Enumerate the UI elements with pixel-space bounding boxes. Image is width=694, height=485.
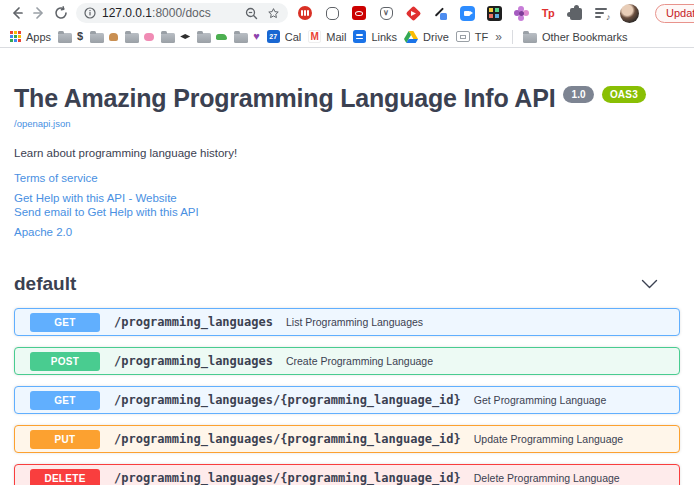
bookmark-links[interactable]: Links <box>353 30 397 43</box>
links-icon <box>353 30 366 43</box>
forward-button[interactable] <box>28 2 50 24</box>
folder-icon <box>90 33 104 43</box>
crocodile-glyph <box>216 34 227 40</box>
extension-icons-row: ∨ Tp ♪ Update <box>296 4 694 23</box>
license-link[interactable]: Apache 2.0 <box>14 226 72 238</box>
bookmark-label: TF <box>475 31 488 43</box>
red-diamond-arrow-icon[interactable] <box>404 4 422 22</box>
folder-icon <box>197 33 211 43</box>
folder-icon <box>58 33 72 43</box>
pocket-icon[interactable]: ∨ <box>377 4 395 22</box>
reload-icon <box>54 6 68 20</box>
calendar-icon: 27 <box>267 30 280 43</box>
tag-section-title: default <box>14 273 76 295</box>
method-badge: POST <box>30 352 100 371</box>
endpoint-path: /programming_languages/{programming_lang… <box>114 471 461 485</box>
bookmark-star-icon[interactable] <box>267 7 280 20</box>
tag-section-header[interactable]: default <box>14 273 680 295</box>
bookmark-folder-horse[interactable] <box>90 30 118 43</box>
bookmarks-overflow-chevron[interactable]: » <box>495 30 502 44</box>
chevron-down-icon[interactable] <box>641 279 658 290</box>
terms-of-service-link[interactable]: Terms of service <box>14 172 98 184</box>
operations-list: GET /programming_languages List Programm… <box>14 308 680 485</box>
method-badge: GET <box>30 313 100 332</box>
api-info-links: Terms of service Get Help with this API … <box>14 172 680 238</box>
dollar-glyph: $ <box>77 31 83 42</box>
help-email-link[interactable]: Send email to Get Help with this API <box>14 206 199 218</box>
url-text[interactable]: 127.0.0.1:8000/docs <box>102 6 211 20</box>
bookmark-folder-brain[interactable] <box>125 30 154 43</box>
zoom-video-icon[interactable] <box>458 4 476 22</box>
color-picker-icon[interactable] <box>431 4 449 22</box>
tf-icon <box>456 31 470 42</box>
bookmark-drive[interactable]: Drive <box>404 31 449 43</box>
endpoint-row-put-update[interactable]: PUT /programming_languages/{programming_… <box>14 425 680 453</box>
bookmark-label: Links <box>371 31 397 43</box>
endpoint-row-get-one[interactable]: GET /programming_languages/{programming_… <box>14 386 680 414</box>
folder-icon <box>125 33 139 43</box>
reload-button[interactable] <box>50 2 72 24</box>
endpoint-row-get-list[interactable]: GET /programming_languages List Programm… <box>14 308 680 336</box>
back-button[interactable] <box>6 2 28 24</box>
version-badge: 1.0 <box>563 86 594 103</box>
bookmark-cal[interactable]: 27Cal <box>267 30 302 43</box>
address-bar[interactable]: 127.0.0.1:8000/docs <box>76 3 288 23</box>
bookmark-label: Apps <box>26 31 51 43</box>
bookmarks-divider <box>512 30 513 44</box>
endpoint-summary: Delete Programming Language <box>474 472 620 484</box>
bookmark-tf[interactable]: TF <box>456 31 488 43</box>
oas3-badge: OAS3 <box>602 86 646 103</box>
endpoint-path: /programming_languages/{programming_lang… <box>114 432 461 446</box>
api-title-text: The Amazing Programming Language Info AP… <box>14 84 555 112</box>
swagger-page: The Amazing Programming Language Info AP… <box>0 84 694 485</box>
bookmark-folder-grad-cap[interactable] <box>161 30 190 43</box>
endpoint-path: /programming_languages <box>114 315 273 329</box>
graduation-cap-glyph <box>180 34 190 39</box>
bookmark-folder-crocodile[interactable] <box>197 30 227 43</box>
bookmark-label: Other Bookmarks <box>542 31 628 43</box>
page-info-icon[interactable] <box>84 7 96 19</box>
horse-glyph <box>109 33 118 41</box>
bookmark-folder-heart[interactable]: ♥ <box>234 30 260 43</box>
bookmark-mail[interactable]: MMail <box>308 30 346 43</box>
endpoint-row-post-create[interactable]: POST /programming_languages Create Progr… <box>14 347 680 375</box>
other-bookmarks[interactable]: Other Bookmarks <box>523 30 628 43</box>
update-label: Update <box>666 7 694 19</box>
drive-icon <box>404 31 418 43</box>
page-title: The Amazing Programming Language Info AP… <box>14 84 680 113</box>
brain-glyph <box>144 33 154 41</box>
bookmark-label: Drive <box>423 31 449 43</box>
cbs-eye-icon[interactable] <box>350 4 368 22</box>
forward-arrow-icon <box>32 6 46 20</box>
folder-icon <box>523 33 537 43</box>
gmail-icon: M <box>308 30 321 43</box>
bookmarks-bar: Apps $ ♥ 27Cal MMail Links Drive TF » Ot… <box>0 26 694 48</box>
music-playlist-icon[interactable]: ♪ <box>593 4 611 22</box>
zoom-out-icon[interactable] <box>245 7 258 20</box>
openapi-spec-link[interactable]: /openapi.json <box>14 118 71 129</box>
bookmark-label: Mail <box>326 31 346 43</box>
purple-flower-icon[interactable] <box>512 4 530 22</box>
folder-icon <box>234 33 248 43</box>
dark-pattern-icon[interactable] <box>485 4 503 22</box>
folder-icon <box>161 33 175 43</box>
endpoint-summary: Update Programming Language <box>474 433 623 445</box>
help-website-link[interactable]: Get Help with this API - Website <box>14 192 177 204</box>
method-badge: DELETE <box>30 469 100 485</box>
endpoint-path: /programming_languages/{programming_lang… <box>114 393 461 407</box>
endpoint-summary: Create Programming Language <box>286 355 433 367</box>
method-badge: PUT <box>30 430 100 449</box>
chat-bubble-icon[interactable] <box>323 4 341 22</box>
red-hand-blocker-icon[interactable] <box>296 4 314 22</box>
bookmark-label: Cal <box>285 31 302 43</box>
bookmark-apps[interactable]: Apps <box>10 31 51 43</box>
bookmark-folder-dollar[interactable]: $ <box>58 30 83 43</box>
endpoint-summary: List Programming Languages <box>286 316 423 328</box>
puzzle-extensions-icon[interactable] <box>566 4 584 22</box>
tp-icon[interactable]: Tp <box>539 4 557 22</box>
endpoint-row-delete[interactable]: DELETE /programming_languages/{programmi… <box>14 464 680 485</box>
profile-avatar[interactable] <box>620 4 639 23</box>
update-button[interactable]: Update <box>655 4 694 23</box>
browser-toolbar: 127.0.0.1:8000/docs ∨ Tp ♪ Update <box>0 0 694 26</box>
apps-grid-icon <box>10 31 21 42</box>
